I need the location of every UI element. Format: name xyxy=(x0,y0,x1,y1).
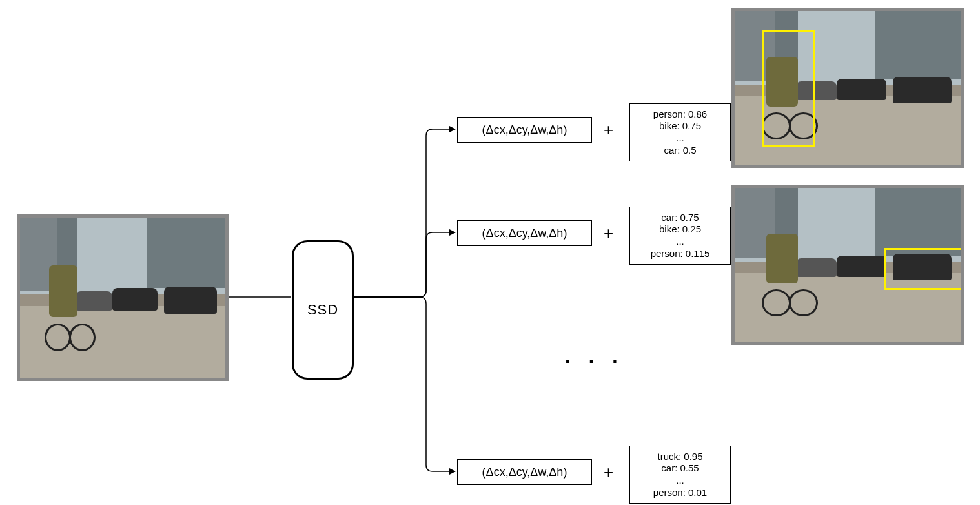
delta-box-2: (Δcx,Δcy,Δw,Δh) xyxy=(457,220,592,246)
plus-3: + xyxy=(604,462,613,482)
score-box-2: car: 0.75 bike: 0.25 ... person: 0.115 xyxy=(629,207,731,265)
score-2-line-3: person: 0.115 xyxy=(637,248,724,260)
pipeline-ellipsis: . . . xyxy=(565,345,624,367)
score-2-line-0: car: 0.75 xyxy=(637,212,724,224)
score-3-line-1: car: 0.55 xyxy=(637,462,724,475)
delta-label-3: (Δcx,Δcy,Δw,Δh) xyxy=(482,466,567,479)
score-box-1: person: 0.86 bike: 0.75 ... car: 0.5 xyxy=(629,103,731,161)
score-2-line-2: ... xyxy=(637,236,724,248)
score-box-3: truck: 0.95 car: 0.55 ... person: 0.01 xyxy=(629,446,731,504)
score-3-line-2: ... xyxy=(637,475,724,487)
delta-box-1: (Δcx,Δcy,Δw,Δh) xyxy=(457,117,592,143)
bbox-car xyxy=(884,248,963,291)
output-image-1 xyxy=(731,8,964,168)
delta-label-2: (Δcx,Δcy,Δw,Δh) xyxy=(482,227,567,240)
delta-label-1: (Δcx,Δcy,Δw,Δh) xyxy=(482,123,567,137)
score-2-line-1: bike: 0.25 xyxy=(637,223,724,236)
ssd-label: SSD xyxy=(307,302,338,318)
score-1-line-1: bike: 0.75 xyxy=(637,120,724,132)
score-3-line-0: truck: 0.95 xyxy=(637,451,724,463)
score-1-line-0: person: 0.86 xyxy=(637,108,724,121)
ssd-block: SSD xyxy=(292,240,354,380)
input-image xyxy=(17,214,229,381)
plus-2: + xyxy=(604,223,613,243)
delta-box-3: (Δcx,Δcy,Δw,Δh) xyxy=(457,459,592,485)
diagram-canvas: SSD (Δcx,Δcy,Δw,Δh) + person: 0.86 bike:… xyxy=(0,0,980,505)
score-1-line-3: car: 0.5 xyxy=(637,145,724,157)
score-1-line-2: ... xyxy=(637,132,724,145)
score-3-line-3: person: 0.01 xyxy=(637,487,724,499)
output-image-2 xyxy=(731,185,964,345)
bbox-person xyxy=(762,30,815,147)
plus-1: + xyxy=(604,120,613,140)
